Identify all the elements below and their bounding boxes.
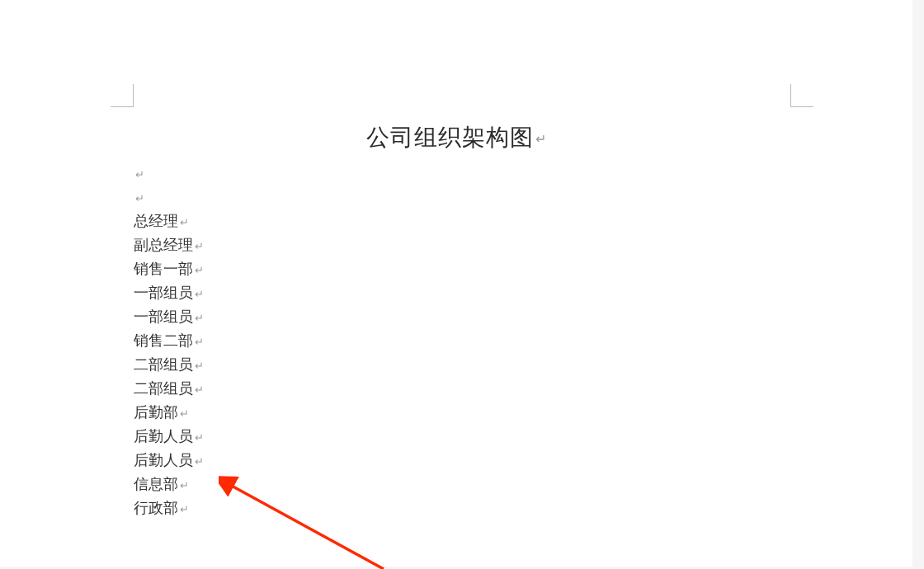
body-line-text: 总经理 [134, 213, 178, 229]
paragraph-mark-icon: ↵ [195, 360, 204, 372]
body-line-text: 二部组员 [134, 380, 193, 397]
document-body[interactable]: ↵↵总经理↵副总经理↵销售一部↵一部组员↵一部组员↵销售二部↵二部组员↵二部组员… [134, 162, 204, 520]
body-line-text: 二部组员 [134, 356, 193, 373]
paragraph-mark-icon: ↵ [180, 503, 189, 515]
body-line[interactable]: 后勤部↵ [134, 401, 204, 425]
body-line[interactable]: 二部组员↵ [134, 353, 204, 377]
paragraph-mark-icon: ↵ [195, 336, 204, 348]
annotation-arrow-icon [219, 472, 400, 569]
body-line-text: 行政部 [134, 500, 178, 516]
paragraph-mark-icon: ↵ [195, 383, 204, 396]
body-line[interactable]: 销售二部↵ [134, 329, 204, 353]
page-gutter-right [912, 0, 924, 569]
margin-corner-top-left [111, 84, 134, 107]
body-line-text: 一部组员 [134, 284, 193, 301]
document-title-text: 公司组织架构图 [366, 125, 534, 150]
body-line[interactable]: 一部组员↵ [134, 305, 204, 329]
body-line-text: 后勤人员 [134, 452, 193, 468]
paragraph-mark-icon: ↵ [195, 264, 204, 276]
body-line[interactable]: 后勤人员↵ [134, 449, 204, 473]
document-title[interactable]: 公司组织架构图↵ [0, 122, 912, 153]
body-line-text: 销售一部 [134, 261, 193, 277]
body-line[interactable]: 一部组员↵ [134, 281, 204, 305]
margin-corner-top-right [790, 84, 813, 107]
paragraph-mark-icon: ↵ [195, 312, 204, 324]
body-line[interactable]: 总经理↵ [134, 209, 204, 233]
empty-paragraph[interactable]: ↵ [134, 162, 204, 186]
paragraph-mark-icon: ↵ [195, 455, 204, 468]
body-line-text: 信息部 [134, 476, 178, 492]
paragraph-mark-icon: ↵ [180, 407, 189, 420]
body-line[interactable]: 二部组员↵ [134, 377, 204, 401]
paragraph-mark-icon: ↵ [535, 132, 547, 146]
body-line[interactable]: 后勤人员↵ [134, 425, 204, 449]
body-line-text: 副总经理 [134, 237, 193, 253]
body-line-text: 后勤人员 [134, 428, 193, 444]
paragraph-mark-icon: ↵ [135, 168, 144, 181]
body-line[interactable]: 信息部↵ [134, 473, 204, 496]
empty-paragraph[interactable]: ↵ [134, 186, 204, 209]
paragraph-mark-icon: ↵ [195, 240, 204, 252]
paragraph-mark-icon: ↵ [180, 216, 189, 228]
paragraph-mark-icon: ↵ [195, 431, 204, 444]
body-line[interactable]: 副总经理↵ [134, 233, 204, 257]
body-line-text: 后勤部 [134, 404, 178, 421]
body-line-text: 销售二部 [134, 332, 193, 349]
svg-line-1 [229, 484, 384, 569]
body-line[interactable]: 销售一部↵ [134, 257, 204, 281]
body-line[interactable]: 行政部↵ [134, 496, 204, 520]
paragraph-mark-icon: ↵ [135, 192, 144, 205]
paragraph-mark-icon: ↵ [180, 479, 189, 491]
paragraph-mark-icon: ↵ [195, 288, 204, 300]
body-line-text: 一部组员 [134, 308, 193, 325]
